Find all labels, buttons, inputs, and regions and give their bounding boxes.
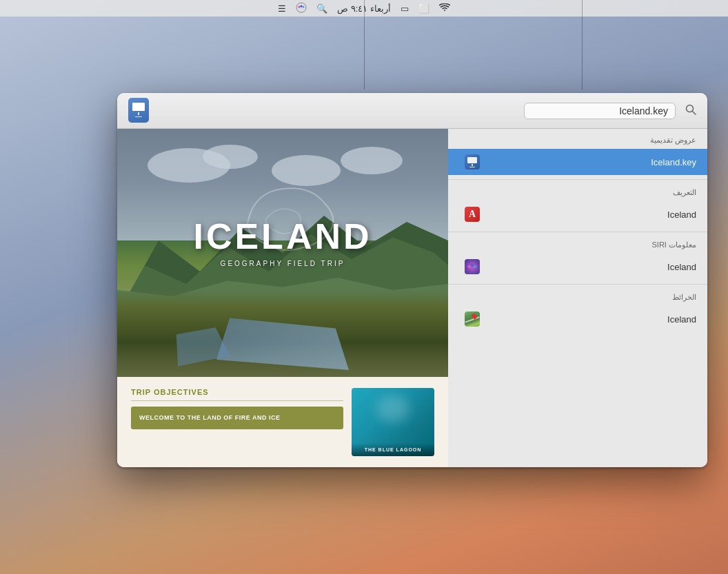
result-icon-dictionary: A (465, 207, 480, 222)
vertical-indicator-right (582, 0, 583, 90)
airplay-icon[interactable]: ⬜ (418, 3, 429, 14)
result-label-iceland-maps: Iceland (480, 314, 696, 325)
result-icon-siri (465, 259, 480, 274)
menu-icon[interactable]: ☰ (278, 3, 286, 14)
blue-lagoon-steam (376, 395, 410, 422)
iceland-hero: ICELAND GEOGRAPHY FIELD TRIP (117, 129, 448, 377)
section-presentations: عروض تقديمية Iceland.key (448, 129, 707, 178)
divider-1 (448, 179, 707, 180)
dict-a-letter: A (469, 209, 476, 220)
svg-point-10 (468, 265, 471, 268)
result-icon-keynote (465, 154, 480, 170)
iceland-hero-subtitle: GEOGRAPHY FIELD TRIP (117, 260, 448, 267)
iceland-river (117, 290, 448, 377)
svg-point-11 (471, 264, 474, 267)
wifi-icon[interactable] (439, 3, 450, 14)
spotlight-icon[interactable]: 🔍 (316, 3, 327, 14)
result-iceland-siri[interactable]: Iceland (448, 254, 707, 280)
section-definition: التعريف Iceland A (448, 181, 707, 230)
iceland-text-overlay: ICELAND GEOGRAPHY FIELD TRIP (117, 216, 448, 267)
search-field[interactable]: Iceland.key (524, 103, 676, 119)
keynote-window: Iceland.key (117, 93, 707, 467)
preview-panel: ICELAND GEOGRAPHY FIELD TRIP TRIP OBJECT… (117, 129, 448, 467)
welcome-box: WELCOME TO THE LAND OF FIRE AND ICE (131, 407, 343, 429)
keynote-app-icon (128, 98, 150, 124)
battery-icon: ▭ (401, 3, 409, 14)
cloud-2 (203, 145, 258, 169)
result-iceland-key[interactable]: Iceland.key (448, 149, 707, 175)
keynote-post (138, 112, 139, 115)
cloud-4 (341, 147, 403, 174)
svg-line-5 (693, 111, 696, 114)
svg-point-2 (301, 5, 303, 7)
toolbar-search: Iceland.key (524, 103, 696, 119)
search-button[interactable] (685, 104, 696, 118)
section-siri: معلومات SIRI Iceland (448, 234, 707, 283)
search-field-text: Iceland.key (532, 105, 668, 116)
section-header-presentations: عروض تقديمية (448, 132, 707, 149)
svg-point-12 (474, 265, 477, 268)
keynote-screen (132, 103, 145, 111)
iceland-bottom: TRIP OBJECTIVES WELCOME TO THE LAND OF F… (117, 377, 448, 467)
result-label-iceland-dict: Iceland (480, 209, 696, 220)
objectives-title: TRIP OBJECTIVES (131, 388, 343, 401)
search-sidebar: عروض تقديمية Iceland.key التعريف (448, 129, 707, 467)
toolbar-left (128, 98, 150, 124)
section-header-maps: الخرائط (448, 289, 707, 306)
divider-3 (448, 284, 707, 285)
maps-icon-visual (465, 311, 480, 327)
iceland-hero-title: ICELAND (117, 216, 448, 257)
divider-2 (448, 232, 707, 232)
section-header-definition: التعريف (448, 184, 707, 201)
keynote-base (135, 116, 142, 118)
svg-point-0 (296, 3, 306, 12)
svg-point-3 (303, 6, 305, 8)
iceland-preview: ICELAND GEOGRAPHY FIELD TRIP TRIP OBJECT… (117, 129, 448, 467)
window-toolbar: Iceland.key (117, 93, 707, 129)
trip-objectives: TRIP OBJECTIVES WELCOME TO THE LAND OF F… (131, 388, 343, 456)
vertical-indicator-left (364, 0, 365, 90)
result-iceland-maps[interactable]: Iceland (448, 306, 707, 332)
result-icon-maps (465, 311, 480, 327)
svg-point-1 (299, 6, 301, 8)
river-stream (216, 318, 349, 370)
result-label-iceland-key: Iceland.key (480, 157, 696, 167)
blue-lagoon-thumbnail: THE BLUE LAGOON (352, 388, 434, 456)
result-iceland-dict[interactable]: Iceland A (448, 201, 707, 227)
window-content: ICELAND GEOGRAPHY FIELD TRIP TRIP OBJECT… (117, 129, 707, 467)
section-header-siri: معلومات SIRI (448, 236, 707, 254)
section-maps: الخرائط Iceland (448, 286, 707, 335)
result-label-iceland-siri: Iceland (480, 262, 696, 272)
blue-lagoon-label: THE BLUE LAGOON (352, 443, 434, 456)
siri-menubar-icon[interactable] (296, 2, 307, 15)
